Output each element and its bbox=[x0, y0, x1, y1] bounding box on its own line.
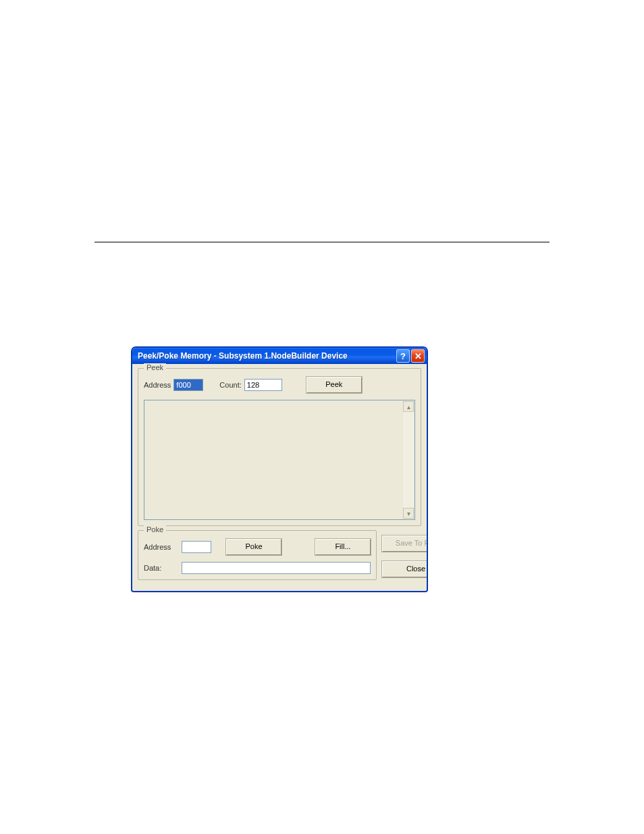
fill-button[interactable]: Fill... bbox=[315, 539, 371, 555]
poke-data-label: Data: bbox=[144, 564, 176, 572]
peek-count-label: Count: bbox=[219, 381, 241, 389]
scroll-track[interactable] bbox=[403, 412, 414, 508]
scroll-up-button[interactable]: ▴ bbox=[403, 401, 414, 412]
peek-poke-window: Peek/Poke Memory - Subsystem 1.NodeBuild… bbox=[132, 347, 427, 592]
close-button[interactable]: Close bbox=[382, 561, 427, 577]
poke-address-input[interactable] bbox=[182, 541, 211, 553]
poke-group: Poke Address Poke Fill... Data: bbox=[138, 530, 377, 580]
window-title: Peek/Poke Memory - Subsystem 1.NodeBuild… bbox=[138, 351, 395, 361]
titlebar[interactable]: Peek/Poke Memory - Subsystem 1.NodeBuild… bbox=[132, 348, 427, 364]
close-window-button[interactable]: ✕ bbox=[411, 349, 425, 363]
close-icon: ✕ bbox=[414, 351, 422, 361]
peek-legend: Peek bbox=[144, 363, 166, 371]
poke-data-input[interactable] bbox=[182, 562, 371, 574]
peek-address-input[interactable] bbox=[173, 379, 203, 391]
peek-output[interactable]: ▴ ▾ bbox=[144, 400, 415, 520]
peek-scrollbar[interactable]: ▴ ▾ bbox=[403, 401, 414, 519]
peek-group: Peek Address Count: Peek bbox=[138, 368, 421, 526]
client-area: Peek Address Count: Peek bbox=[132, 364, 427, 591]
peek-output-view bbox=[145, 401, 403, 519]
poke-legend: Poke bbox=[144, 525, 166, 533]
chevron-up-icon: ▴ bbox=[407, 403, 410, 411]
help-button[interactable]: ? bbox=[396, 349, 410, 363]
scroll-down-button[interactable]: ▾ bbox=[403, 508, 414, 519]
chevron-down-icon: ▾ bbox=[407, 510, 410, 517]
peek-address-label: Address bbox=[144, 381, 171, 389]
peek-count-input[interactable] bbox=[244, 379, 282, 391]
save-to-file-button[interactable]: Save To File bbox=[382, 536, 427, 552]
side-buttons: Save To File Close bbox=[382, 530, 427, 584]
peek-button[interactable]: Peek bbox=[306, 377, 362, 393]
help-icon: ? bbox=[400, 351, 406, 361]
poke-address-label: Address bbox=[144, 543, 176, 551]
horizontal-rule bbox=[95, 242, 549, 242]
poke-button[interactable]: Poke bbox=[226, 539, 281, 555]
